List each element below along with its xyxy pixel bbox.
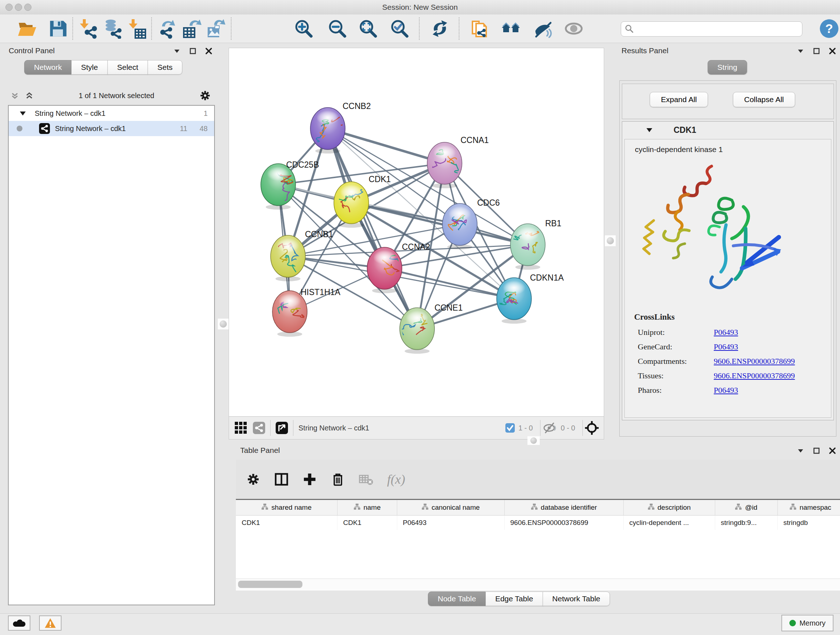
zoom-selected-button[interactable] (389, 18, 410, 39)
node-label-rb1: RB1 (545, 219, 561, 228)
column-header-name[interactable]: name (337, 500, 397, 516)
table-cell[interactable]: CDK1 (337, 516, 397, 530)
edge-ccnb2-ccne1[interactable] (328, 128, 417, 329)
tab-select[interactable]: Select (107, 60, 148, 74)
network-collection-row[interactable]: String Network – cdk1 1 (9, 106, 214, 121)
crosslink-link[interactable]: P06493 (714, 386, 738, 395)
open-session-button[interactable] (17, 18, 38, 39)
tab-string[interactable]: String (707, 60, 747, 74)
tab-network-table[interactable]: Network Table (543, 592, 610, 606)
network-options-gear-icon[interactable] (199, 89, 211, 102)
birds-eye-toggle-icon[interactable] (585, 421, 599, 435)
show-all-button[interactable] (563, 18, 584, 39)
network-share-icon[interactable] (253, 422, 265, 434)
table-cell[interactable]: 9606.ENSP00000378699 (504, 516, 623, 530)
column-header-description[interactable]: description (623, 500, 715, 516)
import-network-database-button[interactable] (103, 18, 123, 39)
apply-preferred-layout-button[interactable] (429, 18, 450, 39)
network-graph[interactable]: CCNB2 CCNA1 CDC25B CDK1 CDC6 RB1 CCNB1 (229, 48, 604, 417)
tab-network[interactable]: Network (24, 60, 72, 74)
show-columns-icon[interactable] (274, 472, 289, 486)
tab-sets[interactable]: Sets (148, 60, 182, 74)
edge-ccnb2-ccna1[interactable] (328, 128, 445, 163)
float-panel-icon[interactable] (189, 47, 197, 55)
node-ccna2[interactable]: CCNA2 (367, 242, 430, 293)
detach-view-icon[interactable] (276, 422, 288, 434)
cloud-button[interactable] (8, 616, 30, 631)
horizontal-splitter-handle[interactable] (527, 436, 540, 445)
expand-all-networks-icon[interactable] (25, 91, 34, 100)
table-cell[interactable]: P06493 (397, 516, 504, 530)
memory-button[interactable]: Memory (782, 615, 834, 631)
node-ccnb1[interactable]: CCNB1 (271, 230, 333, 281)
right-splitter-handle[interactable] (605, 235, 616, 246)
collapse-all-networks-icon[interactable] (10, 91, 19, 100)
collapse-collection-icon[interactable] (19, 109, 27, 117)
gene-details: cyclin-dependent kinase 1 (624, 139, 831, 418)
hscrollbar-thumb[interactable] (238, 581, 302, 588)
hide-selected-button[interactable] (532, 18, 553, 39)
save-session-button[interactable] (47, 18, 68, 39)
column-header-canonical-name[interactable]: canonical name (397, 500, 504, 516)
help-button[interactable]: ? (819, 18, 840, 39)
node-ccna1[interactable]: CCNA1 (427, 135, 489, 188)
table-cell[interactable]: stringdb:9... (715, 516, 777, 530)
zoom-out-button[interactable] (327, 18, 348, 39)
table-hscrollbar[interactable] (236, 578, 840, 590)
panel-menu-icon[interactable] (173, 47, 181, 55)
panel-menu-icon[interactable] (797, 447, 805, 455)
network-canvas[interactable]: CCNB2 CCNA1 CDC25B CDK1 CDC6 RB1 CCNB1 (229, 48, 604, 417)
close-panel-icon[interactable] (829, 47, 836, 55)
birds-eye-grid-icon[interactable] (235, 422, 247, 434)
tab-edge-table[interactable]: Edge Table (485, 592, 543, 606)
table-options-gear-icon[interactable] (246, 472, 261, 486)
table-cell[interactable]: cyclin-dependent ... (623, 516, 715, 530)
column-header-shared-name[interactable]: shared name (236, 500, 337, 516)
gene-section-header[interactable]: CDK1 (622, 122, 834, 138)
network-row[interactable]: String Network – cdk1 11 48 (9, 121, 214, 136)
panel-menu-icon[interactable] (797, 47, 805, 55)
left-splitter-handle[interactable] (218, 318, 229, 329)
selected-checkbox-icon[interactable] (505, 423, 515, 432)
column-header-database-identifier[interactable]: database identifier (504, 500, 623, 516)
search-field[interactable] (621, 21, 802, 36)
float-panel-icon[interactable] (813, 47, 821, 55)
export-network-button[interactable] (156, 18, 178, 39)
expand-all-button[interactable]: Expand All (650, 92, 708, 107)
edge-cdk1-rb1[interactable] (351, 203, 528, 245)
zoom-fit-button[interactable] (358, 18, 379, 39)
node-cdkn1a[interactable]: CDKN1A (495, 273, 564, 324)
node-ccnb2[interactable]: CCNB2 (310, 101, 371, 154)
column-header--id[interactable]: @id (715, 500, 777, 516)
warnings-button[interactable] (39, 616, 62, 631)
float-panel-icon[interactable] (813, 447, 821, 455)
close-panel-icon[interactable] (829, 447, 836, 455)
tab-style[interactable]: Style (71, 60, 108, 74)
hidden-eye-icon[interactable] (543, 423, 557, 433)
node-hist1h1a[interactable]: HIST1H1A (272, 287, 341, 337)
export-image-button[interactable] (205, 18, 226, 39)
collapse-gene-icon[interactable] (645, 126, 653, 134)
collapse-all-button[interactable]: Collapse All (733, 92, 795, 107)
node-rb1[interactable]: RB1 (510, 219, 561, 270)
table-cell[interactable]: CDK1 (236, 516, 337, 530)
crosslink-link[interactable]: P06493 (714, 342, 738, 352)
crosslink-link[interactable]: P06493 (714, 328, 738, 337)
delete-column-icon[interactable] (331, 472, 345, 486)
crosslink-link[interactable]: 9606.ENSP00000378699 (714, 371, 795, 380)
zoom-in-button[interactable] (294, 18, 314, 39)
close-panel-icon[interactable] (205, 47, 213, 55)
new-network-from-selection-button[interactable] (470, 18, 491, 39)
import-network-file-button[interactable] (78, 18, 99, 39)
first-neighbors-button[interactable] (500, 18, 521, 39)
tab-node-table[interactable]: Node Table (428, 592, 486, 606)
add-column-icon[interactable] (302, 472, 317, 486)
table-row[interactable]: CDK1CDK1P064939606.ENSP00000378699cyclin… (236, 516, 840, 530)
import-table-file-button[interactable] (127, 18, 148, 39)
column-header-namespac[interactable]: namespac (777, 500, 840, 516)
node-ccne1[interactable]: CCNE1 (400, 303, 463, 354)
export-table-button[interactable] (181, 18, 202, 39)
crosslink-link[interactable]: 9606.ENSP00000378699 (714, 356, 795, 366)
table-cell[interactable]: stringdb (777, 516, 840, 530)
search-input[interactable] (637, 25, 802, 33)
